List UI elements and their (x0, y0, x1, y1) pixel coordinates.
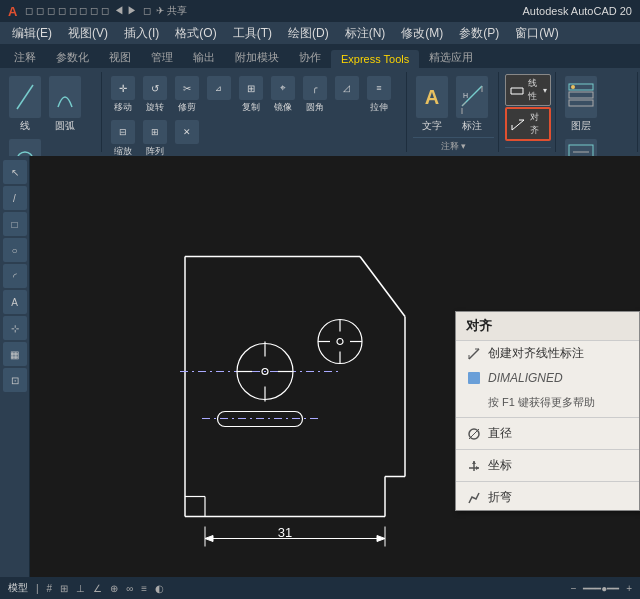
lt-select[interactable]: ↖ (3, 160, 27, 184)
context-item-coordinate[interactable]: 坐标 (456, 453, 639, 478)
group-modify: ✛ 移动 ↺ 旋转 ✂ 修剪 ⊿ ⊞ (104, 72, 407, 152)
menu-format[interactable]: 格式(O) (167, 23, 224, 44)
tab-output[interactable]: 输出 (183, 47, 225, 68)
aligned-dim-icon (466, 346, 482, 362)
dimension-value: 31 (278, 525, 292, 540)
tool-dimension[interactable]: H 标注 (453, 74, 491, 135)
lt-text[interactable]: A (3, 290, 27, 314)
tool-linear[interactable]: 线性 ▾ (505, 74, 551, 106)
separator-3 (456, 481, 639, 482)
lt-gradient[interactable]: ▦ (3, 342, 27, 366)
lt-arc[interactable]: ◜ (3, 264, 27, 288)
stretch-icon: ≡ (367, 76, 391, 100)
tab-addons[interactable]: 附加模块 (225, 47, 289, 68)
context-item-diameter[interactable]: 直径 (456, 421, 639, 446)
tool-trim[interactable]: ✂ 修剪 (172, 74, 202, 116)
menu-params[interactable]: 参数(P) (451, 23, 507, 44)
lt-hatch[interactable]: ⊹ (3, 316, 27, 340)
tool-line[interactable]: 线 (6, 74, 44, 135)
ribbon-tabs: 注释 参数化 视图 管理 输出 附加模块 协作 Express Tools 精选… (0, 44, 640, 68)
modify-buttons: ✛ 移动 ↺ 旋转 ✂ 修剪 ⊿ ⊞ (108, 74, 402, 160)
tool-scale[interactable]: ⊟ 缩放 (108, 118, 138, 160)
tool-layers[interactable]: 图层 (562, 74, 600, 135)
polar-toggle[interactable]: ∠ (93, 583, 102, 594)
context-coordinate-label: 坐标 (488, 457, 512, 474)
tool-ext[interactable]: ⊿ (204, 74, 234, 102)
model-label[interactable]: 模型 (8, 581, 28, 595)
lt-rect[interactable]: □ (3, 212, 27, 236)
context-item-help[interactable]: 按 F1 键获得更多帮助 (456, 390, 639, 414)
dimension-icon: H (456, 76, 488, 118)
layers-label: 图层 (571, 119, 591, 133)
lineweight-toggle[interactable]: ≡ (141, 583, 147, 594)
otrack-toggle[interactable]: ∞ (126, 583, 133, 594)
menu-tools[interactable]: 工具(T) (225, 23, 280, 44)
tool-array[interactable]: ⊞ 阵列 (140, 118, 170, 160)
tool-mirror[interactable]: ⌖ 镜像 (268, 74, 298, 116)
tab-featured[interactable]: 精选应用 (419, 47, 483, 68)
diameter-icon (466, 426, 482, 442)
context-help-label: 按 F1 键获得更多帮助 (488, 395, 595, 410)
tab-manage[interactable]: 管理 (141, 47, 183, 68)
lt-line[interactable]: / (3, 186, 27, 210)
tool-fillet[interactable]: ╭ 圆角 (300, 74, 330, 116)
tool-copy[interactable]: ⊞ 复制 (236, 74, 266, 116)
svg-text:H: H (463, 92, 468, 99)
group-dim-tools: 线性 ▾ 对齐 (501, 72, 556, 152)
svg-line-0 (17, 85, 33, 109)
snap-toggle[interactable]: # (47, 583, 53, 594)
tool-arc[interactable]: 圆弧 (46, 74, 84, 135)
erase-icon: ✕ (175, 120, 199, 144)
transparency-toggle[interactable]: ◐ (155, 583, 164, 594)
menu-bar: 编辑(E) 视图(V) 插入(I) 格式(O) 工具(T) 绘图(D) 标注(N… (0, 22, 640, 44)
tab-annotation[interactable]: 注释 (4, 47, 46, 68)
tab-parametric[interactable]: 参数化 (46, 47, 99, 68)
zoom-out[interactable]: − (571, 583, 577, 594)
tool-rotate[interactable]: ↺ 旋转 (140, 74, 170, 116)
mirror-icon: ⌖ (271, 76, 295, 100)
tool-move[interactable]: ✛ 移动 (108, 74, 138, 116)
tool-text[interactable]: A 文字 (413, 74, 451, 135)
menu-window[interactable]: 窗口(W) (507, 23, 566, 44)
linear-dropdown[interactable]: ▾ (543, 86, 547, 95)
menu-modify[interactable]: 修改(M) (393, 23, 451, 44)
ribbon-content: 线 圆弧 圆 绘图 ▾ (0, 68, 640, 156)
tab-view[interactable]: 视图 (99, 47, 141, 68)
layers-icon (565, 76, 597, 118)
group-draw: 线 圆弧 圆 绘图 ▾ (2, 72, 102, 152)
lt-region[interactable]: ⊡ (3, 368, 27, 392)
context-item-create-aligned[interactable]: 创建对齐线性标注 (456, 341, 639, 366)
menu-dimension[interactable]: 标注(N) (337, 23, 394, 44)
coordinate-icon (466, 458, 482, 474)
context-menu-title: 对齐 (456, 312, 639, 341)
array-icon: ⊞ (143, 120, 167, 144)
menu-insert[interactable]: 插入(I) (116, 23, 167, 44)
zoom-in[interactable]: + (626, 583, 632, 594)
menu-draw[interactable]: 绘图(D) (280, 23, 337, 44)
arc-label: 圆弧 (55, 119, 75, 133)
tool-stretch[interactable]: ≡ 拉伸 (364, 74, 394, 116)
copy-label: 复制 (242, 101, 260, 114)
tool-erase[interactable]: ✕ (172, 118, 202, 146)
tool-aligned[interactable]: 对齐 (505, 107, 551, 141)
chamfer-icon: ◿ (335, 76, 359, 100)
svg-marker-61 (472, 461, 476, 464)
tool-chamfer[interactable]: ◿ (332, 74, 362, 102)
menu-edit[interactable]: 编辑(E) (4, 23, 60, 44)
context-item-jog[interactable]: 折弯 (456, 485, 639, 510)
tab-express-tools[interactable]: Express Tools (331, 50, 419, 68)
grid-toggle[interactable]: ⊞ (60, 583, 68, 594)
dimname-icon (466, 370, 482, 386)
group-layers: 图层 特性 图层 ▾ (558, 72, 638, 152)
menu-view[interactable]: 视图(V) (60, 23, 116, 44)
zoom-controls: − ━━━●━━ + (571, 583, 632, 594)
lt-circle[interactable]: ○ (3, 238, 27, 262)
osnap-toggle[interactable]: ⊕ (110, 583, 118, 594)
zoom-slider[interactable]: ━━━●━━ (583, 583, 619, 594)
context-dimaligned-label: DIMALIGNED (488, 371, 563, 385)
group-annotation-label: 注释 ▾ (413, 137, 494, 153)
ortho-toggle[interactable]: ⊥ (76, 583, 85, 594)
annotation-buttons: A 文字 H 标注 (413, 74, 494, 135)
tab-collab[interactable]: 协作 (289, 47, 331, 68)
toolbar-icons: ◻ ◻ ◻ ◻ ◻ ◻ ◻ ◻ ◀ ▶ ◻ ✈ 共享 (25, 4, 187, 18)
